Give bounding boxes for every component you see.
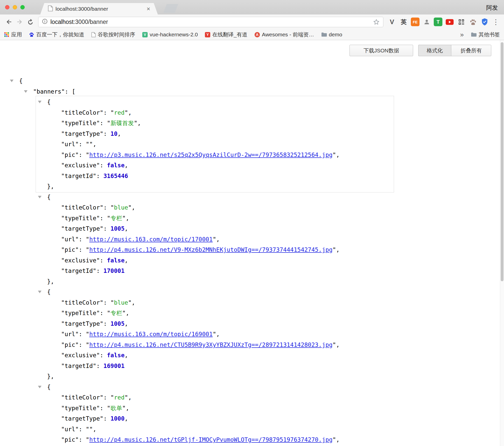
json-object-close: }, [0,276,500,287]
json-property-exclusive: "exclusive": false, [0,160,500,171]
vertical-scrollbar[interactable] [500,40,504,446]
bookmark-youdao[interactable]: Y 在线翻译_有道 [205,31,247,38]
json-property-targetId: "targetId": 169001 [0,361,500,371]
window-close-button[interactable] [5,5,9,9]
folder-icon [471,32,477,37]
apps-grid-icon [4,32,9,37]
person-extension-icon[interactable] [422,17,431,26]
json-object-open: { [0,382,500,393]
page-info-icon[interactable] [42,18,48,25]
json-property-titleColor: "titleColor": "red", [0,108,500,118]
page-content: 下载JSON数据 格式化 折叠所有 {"banners": [{"titleCo… [0,40,504,446]
json-property-pic: "pic": "http://p4.music.126.net/V9-MXz6b… [0,245,500,255]
download-json-button[interactable]: 下载JSON数据 [349,45,413,56]
security-shield-extension-icon[interactable] [480,17,489,26]
window-minimize-button[interactable] [13,5,17,9]
bookmarks-overflow-icon[interactable]: » [460,31,464,39]
tab-close-icon[interactable]: × [147,6,150,12]
browser-menu-icon[interactable]: ⋮ [492,18,499,26]
url-text: localhost:3000/banner [50,19,108,25]
bookmark-label: 应用 [11,31,22,38]
json-url-link[interactable]: http://music.163.com/m/topic/170001 [89,236,213,243]
bookmark-google-sort[interactable]: 谷歌按时间排序 [91,31,135,38]
folder-icon [321,32,327,37]
json-object-open: { [0,287,500,298]
bookmark-label: Awesomes - 前端资… [262,31,314,38]
json-url-link[interactable]: http://music.163.com/m/topic/169001 [89,331,213,337]
json-tree: {"banners": [{"titleColor": "red","typeT… [0,76,500,446]
json-url-link[interactable]: http://p4.music.126.net/V9-MXz6b2MNhEKju… [89,246,332,253]
address-bar[interactable]: localhost:3000/banner [38,17,383,27]
vimium-extension-icon[interactable]: V [387,17,397,26]
json-root-open: { [0,76,500,86]
forward-button[interactable] [14,17,25,27]
json-property-exclusive: "exclusive": false [0,445,500,446]
scrollbar-thumb[interactable] [501,42,503,281]
bookmark-star-icon[interactable] [373,19,380,25]
json-url-link[interactable]: http://p3.music.126.net/s25q2x5QyqsAzilC… [89,152,332,158]
extension-bar: V 英 FE T [387,17,489,26]
json-property-typeTitle: "typeTitle": "专栏", [0,213,500,224]
json-property-url: "url": "http://music.163.com/m/topic/169… [0,329,500,340]
youdao-icon: Y [205,32,210,37]
json-property-titleColor: "titleColor": "red", [0,392,500,403]
profile-name[interactable]: 阿发 [486,4,498,12]
collapse-toggle-icon[interactable] [10,80,13,82]
json-property-url: "url": "", [0,139,500,150]
page-icon [91,32,96,37]
json-property-titleColor: "titleColor": "blue", [0,202,500,213]
json-property-url: "url": "http://music.163.com/m/topic/170… [0,234,500,245]
collapse-toggle-icon[interactable] [38,386,41,388]
bookmark-folder-demo[interactable]: demo [321,32,342,38]
collapse-toggle-icon[interactable] [38,196,41,198]
bookmark-label: 谷歌按时间排序 [98,31,135,38]
collapse-toggle-icon[interactable] [24,90,27,93]
collapse-all-button[interactable]: 折叠所有 [451,45,491,56]
reload-button[interactable] [25,17,36,27]
json-property-pic: "pic": "http://p4.music.126.net/CTU5B9R9… [0,340,500,350]
json-property-targetId: "targetId": 170001 [0,266,500,276]
json-banners-key: "banners": [ [0,86,500,97]
other-bookmarks[interactable]: 其他书签 [471,31,500,38]
bookmark-apps[interactable]: 应用 [4,31,22,38]
bookmark-vue-hackernews[interactable]: V vue-hackernews-2.0 [142,32,198,38]
json-object-close: }, [0,371,500,382]
format-button[interactable]: 格式化 [418,45,451,56]
new-tab-button[interactable] [163,4,178,13]
baidu-paw-icon [29,32,34,37]
json-property-typeTitle: "typeTitle": "专栏", [0,308,500,319]
collapse-toggle-icon[interactable] [38,101,41,103]
json-property-titleColor: "titleColor": "blue", [0,298,500,308]
bookmark-label: 在线翻译_有道 [212,31,247,38]
browser-tab[interactable]: localhost:3000/banner × [40,3,158,14]
bookmark-baidu[interactable]: 百度一下，你就知道 [29,31,84,38]
json-url-link[interactable]: http://p4.music.126.net/CTU5B9R9y3XyYBZX… [89,341,332,348]
json-object-close: }, [0,181,500,192]
tab-title: localhost:3000/banner [55,6,144,12]
awesomes-icon: A [255,32,260,37]
json-property-pic: "pic": "http://p4.music.126.net/tGPljf-I… [0,435,500,445]
collapse-toggle-icon[interactable] [38,291,41,293]
bookmark-awesomes[interactable]: A Awesomes - 前端资… [255,31,314,38]
youtube-extension-icon[interactable] [445,17,454,26]
window-zoom-button[interactable] [20,5,25,9]
window-controls [5,5,25,9]
back-button[interactable] [4,17,14,27]
fe-extension-icon[interactable]: FE [411,18,419,26]
tampermonkey-extension-icon[interactable]: T [434,18,442,26]
translate-extension-icon[interactable]: 英 [399,17,408,26]
browser-toolbar: localhost:3000/banner V 英 FE T ⋮ [0,14,504,29]
url-path: :3000/banner [74,19,108,25]
other-bookmarks-label: 其他书签 [479,31,500,38]
bookmarks-bar: 应用 百度一下，你就知道 谷歌按时间排序 V vue-hackernews-2.… [0,29,504,40]
vue-icon: V [142,32,148,37]
json-property-url: "url": "", [0,424,500,435]
json-object-open: { [0,192,500,203]
json-object-open: { [0,97,500,108]
json-property-pic: "pic": "http://p3.music.126.net/s25q2x5Q… [0,150,500,160]
json-url-link[interactable]: http://p4.music.126.net/tGPljf-IMOCyPvum… [89,436,332,443]
json-property-exclusive: "exclusive": false, [0,350,500,361]
qrcode-extension-icon[interactable] [457,17,466,26]
paw-extension-icon[interactable] [468,17,478,26]
json-property-targetType: "targetType": 10, [0,129,500,139]
